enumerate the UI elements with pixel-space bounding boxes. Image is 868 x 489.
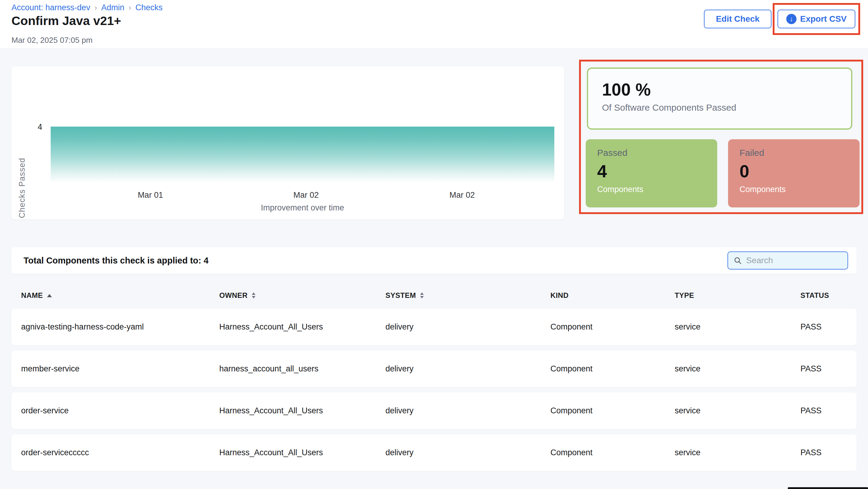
cell-system: delivery [385,322,550,332]
table-header-row: NAME OWNER SYSTEM KIND TYPE STATUS [11,286,857,305]
chart-caption: Improvement over time [51,203,554,213]
chart-y-tick: 4 [29,122,42,132]
passed-label: Passed [597,148,717,158]
table-row[interactable]: agniva-testing-harness-code-yaml Harness… [11,309,857,345]
column-label: NAME [21,291,43,300]
edit-check-label: Edit Check [716,14,760,24]
cell-kind: Component [550,448,675,457]
percent-passed-value: 100 % [602,79,851,99]
column-header-system[interactable]: SYSTEM [385,291,550,300]
cell-owner: Harness_Account_All_Users [219,406,385,416]
chart-area-series [51,127,554,183]
column-header-kind: KIND [550,291,675,300]
failed-unit: Components [740,185,860,194]
table-row[interactable]: order-service Harness_Account_All_Users … [11,393,857,429]
bottom-overlay-edge [788,487,868,489]
column-header-status: STATUS [801,291,857,300]
checks-passed-chart: Checks Passed 4 Mar 01 Mar 02 Mar 02 Imp… [11,66,564,220]
cell-type: service [675,406,801,416]
column-header-owner[interactable]: OWNER [219,291,385,300]
cell-type: service [675,448,801,457]
search-icon [734,256,742,265]
breadcrumb-account-link[interactable]: Account: harness-dev [11,3,90,12]
cell-status: PASS [801,406,857,416]
column-label: TYPE [675,291,694,300]
cell-type: service [675,322,801,332]
chart-y-axis-label: Checks Passed [18,149,27,227]
column-header-type: TYPE [675,291,801,300]
components-toolbar: Total Components this check is applied t… [11,247,857,274]
edit-check-button[interactable]: Edit Check [704,10,772,28]
column-header-name[interactable]: NAME [21,291,219,300]
column-label: SYSTEM [385,291,416,300]
search-input[interactable] [746,256,837,265]
breadcrumb-checks-link[interactable]: Checks [135,3,162,12]
total-components-label: Total Components this check is applied t… [24,247,208,274]
components-table-body: agniva-testing-harness-code-yaml Harness… [11,309,857,471]
cell-name: agniva-testing-harness-code-yaml [21,322,219,332]
passed-stat-card: Passed 4 Components [586,139,717,207]
column-label: OWNER [219,291,248,300]
export-annotation-highlight: ↓ Export CSV [773,3,860,35]
cell-owner: harness_account_all_users [219,364,385,373]
column-label: KIND [550,291,568,300]
breadcrumb-separator-icon: › [94,3,97,12]
cell-system: delivery [385,448,550,457]
passed-unit: Components [597,185,717,194]
percent-passed-caption: Of Software Components Passed [602,102,851,113]
check-timestamp: Mar 02, 2025 07:05 pm [11,36,93,45]
search-box[interactable] [727,252,848,269]
cell-name: member-service [21,364,219,373]
failed-value: 0 [740,161,860,181]
export-csv-button[interactable]: ↓ Export CSV [777,10,855,28]
cell-kind: Component [550,322,675,332]
cell-kind: Component [550,406,675,416]
cell-system: delivery [385,364,550,373]
breadcrumb-admin-link[interactable]: Admin [101,3,125,12]
cell-name: order-serviceccccc [21,448,219,457]
chart-x-tick: Mar 02 [293,191,319,200]
cell-kind: Component [550,364,675,373]
cell-owner: Harness_Account_All_Users [219,448,385,457]
cell-status: PASS [801,322,857,332]
cell-system: delivery [385,406,550,416]
failed-stat-card: Failed 0 Components [728,139,860,207]
export-csv-label: Export CSV [800,14,846,24]
breadcrumb: Account: harness-dev › Admin › Checks [11,3,162,12]
page-header: Account: harness-dev › Admin › Checks Co… [0,0,868,49]
cell-type: service [675,364,801,373]
table-row[interactable]: member-service harness_account_all_users… [11,351,857,387]
cell-name: order-service [21,406,219,416]
chart-x-tick: Mar 02 [450,191,475,200]
sort-ascending-icon [47,294,52,297]
table-row[interactable]: order-serviceccccc Harness_Account_All_U… [11,434,857,471]
column-label: STATUS [801,291,829,300]
breadcrumb-separator-icon: › [128,3,131,12]
cell-status: PASS [801,364,857,373]
chart-x-axis: Mar 01 Mar 02 Mar 02 [51,191,554,200]
summary-annotation-highlight: 100 % Of Software Components Passed Pass… [579,60,863,214]
cell-owner: Harness_Account_All_Users [219,322,385,332]
failed-label: Failed [740,148,860,158]
download-icon: ↓ [786,14,797,24]
check-detail-page: Account: harness-dev › Admin › Checks Co… [0,0,868,489]
page-title: Confirm Java v21+ [11,14,121,28]
sort-toggle-icon [252,292,255,298]
percent-passed-card: 100 % Of Software Components Passed [587,68,852,130]
chart-x-tick: Mar 01 [138,191,163,200]
sort-toggle-icon [420,292,424,298]
passed-value: 4 [597,161,717,181]
cell-status: PASS [801,448,857,457]
